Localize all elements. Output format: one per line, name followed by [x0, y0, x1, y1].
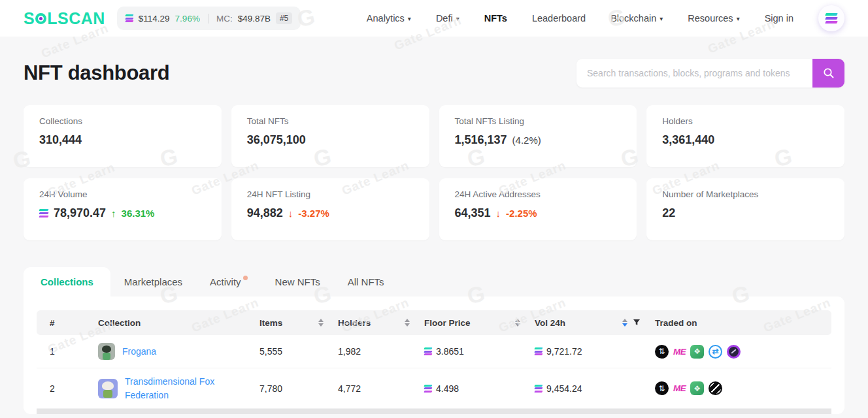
chevron-down-icon: ▾: [737, 15, 740, 22]
solana-icon: [125, 14, 133, 22]
nav-defi[interactable]: Defi▾: [436, 13, 459, 24]
stat-card-holders: Holders 3,361,440: [646, 105, 844, 167]
chevron-down-icon: ▾: [408, 15, 411, 22]
solana-icon: [424, 347, 432, 355]
row-vol-24h: 9,721.72: [546, 346, 582, 357]
column-header-items[interactable]: Items: [259, 318, 338, 328]
marketplace-green-icon[interactable]: [690, 345, 704, 359]
tab-all-nfts[interactable]: All NFTs: [334, 267, 398, 297]
stat-label: Number of Marketplaces: [662, 189, 829, 199]
stat-change: -2.25%: [506, 208, 537, 219]
stat-card-number-of-marketplaces: Number of Marketplaces 22: [646, 178, 844, 240]
collection-link[interactable]: Frogana: [122, 345, 156, 359]
table-row: 2 Transdimensional Fox Federation 7,780 …: [37, 368, 831, 409]
collections-table: # Collection Items Holders Floor Price V…: [24, 297, 844, 414]
divider: [208, 14, 209, 24]
sort-icon[interactable]: [405, 319, 410, 327]
row-items: 5,555: [259, 346, 338, 357]
solana-icon: [535, 385, 542, 393]
down-arrow-icon: ↓: [496, 208, 501, 219]
tab-new-nfts[interactable]: New NFTs: [261, 267, 334, 297]
marketplace-magic-eden-icon[interactable]: ME: [673, 381, 686, 395]
row-holders: 1,982: [338, 346, 424, 357]
sort-icon-active-desc[interactable]: [622, 319, 627, 327]
next-row-cutoff: [37, 409, 831, 414]
marketplace-green-icon[interactable]: [690, 381, 704, 395]
collection-avatar: [98, 379, 118, 398]
notification-dot: [243, 276, 248, 280]
marketplace-black-stripes-icon[interactable]: [709, 381, 722, 395]
stat-label: Total NFTs: [247, 116, 414, 126]
row-items: 7,780: [259, 383, 338, 394]
up-arrow-icon: ↑: [111, 208, 116, 219]
solana-icon: [535, 347, 542, 355]
top-header: SLSCAN $114.29 7.96% MC: $49.87B #5 Anal…: [0, 0, 868, 37]
marketplace-blue-swap-icon[interactable]: [709, 345, 722, 359]
search-input[interactable]: [576, 59, 812, 88]
sol-price-change: 7.96%: [175, 14, 200, 24]
marketplace-tensor-icon[interactable]: [655, 381, 669, 395]
sort-icon[interactable]: [515, 319, 520, 327]
solana-icon: [424, 385, 432, 393]
stats-grid: Collections 310,444 Total NFTs 36,075,10…: [24, 105, 844, 240]
stat-label: Collections: [39, 116, 206, 126]
solana-icon: [826, 13, 837, 24]
column-header-holders[interactable]: Holders: [338, 318, 424, 328]
stat-value: 3,361,440: [662, 133, 714, 147]
row-rank: 1: [37, 346, 98, 357]
row-vol-24h: 9,454.24: [546, 383, 582, 394]
stat-card-total-nfts: Total NFTs 36,075,100: [231, 105, 429, 167]
sol-price-ticker: $114.29 7.96% MC: $49.87B #5: [117, 7, 301, 30]
search-icon: [823, 67, 835, 79]
stat-label: 24H Volume: [39, 189, 206, 199]
main-nav: Analytics▾ Defi▾ NFTs Leaderboard Blockc…: [367, 5, 844, 31]
stat-value: 310,444: [39, 133, 82, 147]
nav-nfts[interactable]: NFTs: [484, 13, 507, 24]
stat-label: 24H Active Addresses: [455, 189, 622, 199]
nav-blockchain[interactable]: Blockchain▾: [610, 13, 663, 24]
stat-label: Total NFTs Listing: [455, 116, 622, 126]
stat-value: 64,351: [455, 206, 491, 220]
tab-marketplaces[interactable]: Marketplaces: [110, 267, 196, 297]
collection-link[interactable]: Transdimensional Fox Federation: [125, 375, 233, 402]
nav-analytics[interactable]: Analytics▾: [367, 13, 411, 24]
search-bar: [576, 59, 844, 88]
nav-leaderboard[interactable]: Leaderboard: [532, 13, 586, 24]
column-header-vol-24h[interactable]: Vol 24h: [535, 318, 655, 328]
row-holders: 4,772: [338, 383, 424, 394]
tab-activity[interactable]: Activity: [196, 266, 261, 297]
chevron-down-icon: ▾: [659, 15, 663, 22]
column-header-traded-on: Traded on: [655, 318, 831, 328]
search-button[interactable]: [812, 59, 844, 88]
marketplace-tensor-icon[interactable]: [655, 345, 669, 359]
logo-o-icon: [35, 13, 46, 24]
solscan-logo[interactable]: SLSCAN: [24, 9, 105, 28]
sort-icon[interactable]: [318, 319, 324, 327]
tab-collections[interactable]: Collections: [24, 267, 110, 297]
page-title: NFT dashboard: [24, 61, 169, 85]
stat-change: -3.27%: [298, 208, 329, 219]
sign-in-button[interactable]: Sign in: [765, 13, 793, 24]
marketplace-purple-ring-icon[interactable]: [727, 345, 741, 359]
stat-value: 94,882: [247, 206, 283, 220]
column-header-floor-price[interactable]: Floor Price: [424, 318, 535, 328]
mc-value: $49.87B: [238, 14, 271, 24]
marketplace-magic-eden-icon[interactable]: ME: [673, 345, 686, 359]
row-floor-price: 4.498: [436, 383, 459, 394]
filter-funnel-icon[interactable]: [633, 319, 641, 327]
stat-value: 36,075,100: [247, 133, 306, 147]
sol-price: $114.29: [139, 14, 170, 24]
stat-label: 24H NFT Listing: [247, 189, 414, 199]
chevron-down-icon: ▾: [456, 15, 459, 22]
row-rank: 2: [37, 383, 98, 394]
collection-avatar: [98, 343, 115, 360]
mc-label: MC:: [216, 14, 233, 24]
solana-icon: [39, 209, 48, 217]
row-floor-price: 3.8651: [436, 346, 464, 357]
stat-value: 78,970.47: [54, 206, 106, 220]
nav-resources[interactable]: Resources▾: [688, 13, 739, 24]
solana-menu-button[interactable]: [818, 5, 844, 31]
rank-badge: #5: [276, 12, 292, 24]
stat-extra: (4.2%): [512, 135, 541, 146]
stat-card-collections: Collections 310,444: [24, 105, 222, 167]
